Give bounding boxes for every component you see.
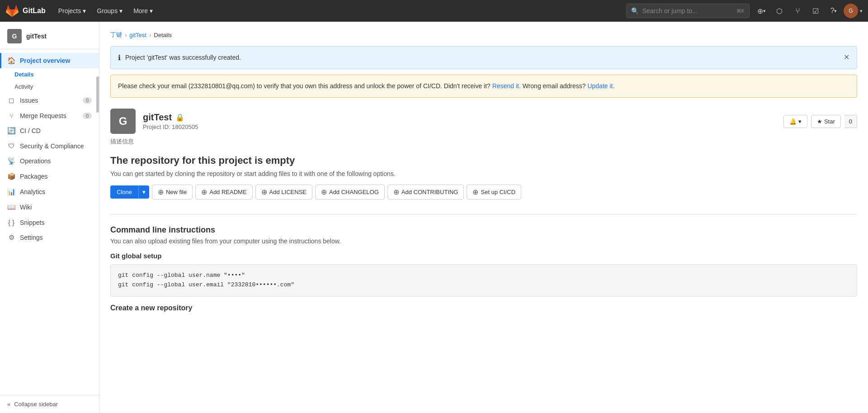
sidebar-project-avatar: G <box>7 29 22 43</box>
clone-button-group: Clone ▾ <box>110 185 149 199</box>
empty-repo-title: The repository for this project is empty <box>110 155 857 166</box>
star-count: 0 <box>844 115 857 128</box>
setup-cicd-button[interactable]: ⊕ Set up CI/CD <box>467 185 521 199</box>
notification-button[interactable]: 🔔 ▾ <box>783 115 807 128</box>
add-readme-button[interactable]: ⊕ Add README <box>195 185 252 199</box>
sidebar-item-wiki[interactable]: 📖 Wiki <box>0 199 99 215</box>
projects-menu[interactable]: Projects ▾ <box>53 0 92 22</box>
search-input[interactable] <box>642 7 733 14</box>
sidebar-item-cicd[interactable]: 🔄 CI / CD <box>0 123 99 138</box>
sidebar-wrapper: 🏠 Project overview Details Activity ◻ Is… <box>0 49 99 413</box>
top-nav-action-icons: ⊕ ▾ ⬡ ⑂ ☑ ? ▾ G ▾ <box>753 3 863 19</box>
star-button[interactable]: ★ Star <box>811 115 841 128</box>
groups-chevron-icon: ▾ <box>119 7 123 14</box>
sidebar-project-name: gitTest <box>26 33 47 40</box>
resend-email-link[interactable]: Resend it. <box>492 82 521 90</box>
section-divider <box>110 214 857 214</box>
empty-repo-description: You can get started by cloning the repos… <box>110 170 857 177</box>
add-changelog-button[interactable]: ⊕ Add CHANGELOG <box>315 185 385 199</box>
breadcrumb-user[interactable]: 丁键 <box>110 31 122 39</box>
collapse-sidebar-button[interactable]: « Collapse sidebar <box>0 395 99 413</box>
action-buttons-row: Clone ▾ ⊕ New file ⊕ Add README ⊕ Add LI… <box>110 185 857 199</box>
sidebar: G gitTest 🏠 Project overview Details Act… <box>0 22 99 413</box>
sidebar-item-issues[interactable]: ◻ Issues 0 <box>0 93 99 108</box>
security-icon: 🛡 <box>7 142 15 150</box>
more-menu[interactable]: More ▾ <box>128 0 158 22</box>
wiki-icon: 📖 <box>7 203 15 211</box>
merge-requests-icon: ⑂ <box>795 6 800 16</box>
add-license-button[interactable]: ⊕ Add LICENSE <box>255 185 312 199</box>
sidebar-item-analytics[interactable]: 📊 Analytics <box>0 184 99 199</box>
breadcrumb: 丁键 › gitTest › Details <box>110 31 857 39</box>
todos-icon-btn[interactable]: ☑ <box>807 3 824 19</box>
plus-chevron-icon: ▾ <box>763 8 766 14</box>
sidebar-item-merge-requests[interactable]: ⑂ Merge Requests 0 <box>0 108 99 123</box>
git-global-title: Git global setup <box>110 252 857 260</box>
breadcrumb-sep-1: › <box>125 32 127 38</box>
new-file-plus-icon: ⊕ <box>158 188 164 196</box>
email-verify-alert: Please check your email (2332810801@qq.c… <box>110 75 857 98</box>
issues-badge: 0 <box>83 97 92 104</box>
project-name-row: gitTest 🔒 <box>143 112 198 123</box>
projects-chevron-icon: ▾ <box>83 7 86 14</box>
merge-requests-badge: 0 <box>83 113 92 119</box>
issues-icon: ◻ <box>7 96 15 104</box>
user-avatar[interactable]: G <box>844 4 858 18</box>
help-icon: ? <box>830 7 835 15</box>
create-repo-title: Create a new repository <box>110 304 857 312</box>
add-contributing-button[interactable]: ⊕ Add CONTRIBUTING <box>387 185 464 199</box>
search-icon: 🔍 <box>631 7 639 14</box>
create-new-button[interactable]: ⊕ ▾ <box>753 3 769 19</box>
clone-chevron-icon: ▾ <box>142 189 146 195</box>
star-icon: ★ <box>817 118 822 125</box>
clone-dropdown-button[interactable]: ▾ <box>138 185 149 199</box>
clone-button[interactable]: Clone <box>110 185 138 199</box>
project-name-block: gitTest 🔒 Project ID: 18020505 <box>143 112 198 130</box>
breadcrumb-project[interactable]: gitTest <box>129 32 146 38</box>
project-id: Project ID: 18020505 <box>143 123 198 130</box>
bell-icon: 🔔 <box>789 118 797 125</box>
breadcrumb-current: Details <box>154 32 172 38</box>
project-overview-icon: 🏠 <box>7 57 15 65</box>
sidebar-project-header: G gitTest <box>0 22 99 49</box>
page-layout: G gitTest 🏠 Project overview Details Act… <box>0 22 868 413</box>
project-description: 描述信息 <box>110 138 857 146</box>
project-header: G gitTest 🔒 Project ID: 18020505 🔔 ▾ ★ <box>110 109 857 134</box>
sidebar-item-activity[interactable]: Activity <box>0 81 99 93</box>
help-button[interactable]: ? ▾ <box>826 3 842 19</box>
project-info: G gitTest 🔒 Project ID: 18020505 <box>110 109 198 134</box>
global-search[interactable]: 🔍 ⌘K <box>626 4 750 18</box>
sidebar-item-project-overview[interactable]: 🏠 Project overview <box>0 53 99 68</box>
sidebar-item-settings[interactable]: ⚙ Settings <box>0 230 99 245</box>
add-changelog-plus-icon: ⊕ <box>321 188 327 196</box>
command-line-title: Command line instructions <box>110 225 857 235</box>
collapse-sidebar-icon: « <box>7 401 10 408</box>
breadcrumb-sep-2: › <box>149 32 151 38</box>
gitlab-logo[interactable]: GitLab <box>5 4 46 18</box>
plus-icon: ⊕ <box>757 7 763 15</box>
command-line-desc: You can also upload existing files from … <box>110 237 857 245</box>
top-navigation: GitLab Projects ▾ Groups ▾ More ▾ 🔍 ⌘K ⊕… <box>0 0 868 22</box>
groups-menu[interactable]: Groups ▾ <box>91 0 128 22</box>
success-alert-text: Project 'gitTest' was successfully creat… <box>125 53 241 62</box>
merge-requests-icon: ⑂ <box>7 112 15 119</box>
setup-cicd-plus-icon: ⊕ <box>472 188 478 196</box>
search-shortcut: ⌘K <box>736 8 745 14</box>
add-license-plus-icon: ⊕ <box>261 188 267 196</box>
settings-icon: ⚙ <box>7 233 15 242</box>
new-file-button[interactable]: ⊕ New file <box>152 185 193 199</box>
sidebar-item-security-compliance[interactable]: 🛡 Security & Compliance <box>0 138 99 153</box>
project-avatar-large: G <box>110 109 136 134</box>
notification-chevron-icon: ▾ <box>798 118 802 125</box>
update-email-link[interactable]: Update it. <box>587 82 614 90</box>
code-review-icon-btn[interactable]: ⬡ <box>771 3 788 19</box>
sidebar-item-packages[interactable]: 📦 Packages <box>0 169 99 184</box>
help-chevron-icon: ▾ <box>834 8 837 14</box>
sidebar-item-operations[interactable]: 📡 Operations <box>0 153 99 169</box>
merge-requests-icon-btn[interactable]: ⑂ <box>789 3 806 19</box>
more-chevron-icon: ▾ <box>150 7 153 14</box>
sidebar-item-snippets[interactable]: { } Snippets <box>0 215 99 230</box>
sidebar-item-details[interactable]: Details <box>0 68 99 81</box>
avatar-chevron-icon: ▾ <box>860 8 863 14</box>
success-alert-close-button[interactable]: ✕ <box>844 53 849 62</box>
